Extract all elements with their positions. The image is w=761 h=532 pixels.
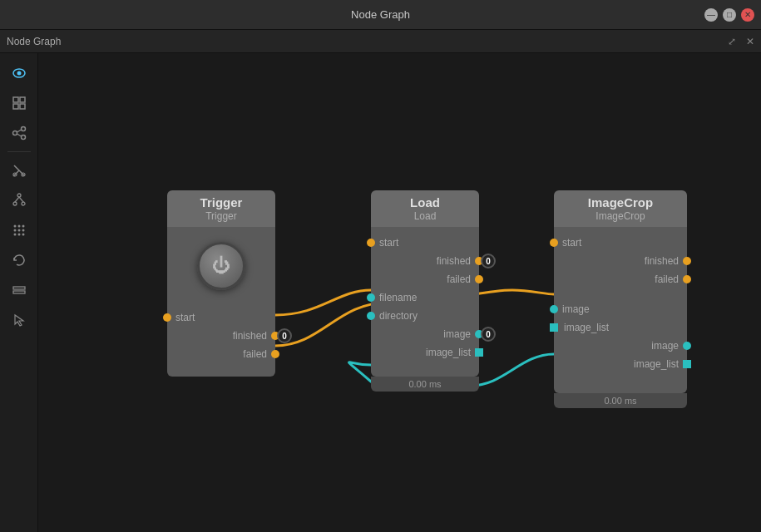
load-badge-top: 0 [481,254,496,268]
trigger-start-port: start [167,308,275,327]
svg-point-20 [13,225,16,228]
imagecrop-title: ImageCrop [564,195,677,210]
svg-rect-29 [13,287,25,289]
svg-point-24 [17,229,20,232]
imagecrop-start-dot [550,239,558,247]
expand-button[interactable]: ⤢ [724,34,739,49]
svg-point-6 [12,131,17,135]
load-finished-label: finished [371,255,471,267]
svg-point-26 [13,234,16,236]
svg-point-21 [17,225,20,228]
trigger-finished-port: finished 0 [167,327,275,345]
svg-point-15 [17,194,21,197]
imagecrop-imagelist-in-port: image_list [554,318,687,337]
canvas-area[interactable]: Trigger Trigger ⏻ start finished [38,53,761,532]
close-panel-button[interactable]: ✕ [743,34,758,49]
sidebar-item-cursor[interactable] [4,307,34,333]
load-image-port: image 0 [371,325,479,343]
power-button[interactable]: ⏻ [197,242,245,290]
imagecrop-finished-port: finished [554,252,687,270]
load-failed-port: failed [371,270,479,288]
trigger-title: Trigger [177,195,265,210]
trigger-failed-dot [271,350,279,358]
imagecrop-finished-dot [683,257,691,265]
svg-point-23 [13,229,16,232]
imagecrop-header: ImageCrop ImageCrop [554,190,687,227]
imagecrop-start-label: start [562,237,581,249]
window-title: Node Graph [351,8,410,21]
sidebar-divider [7,151,31,152]
node-trigger[interactable]: Trigger Trigger ⏻ start finished [167,190,275,377]
svg-point-27 [17,234,20,236]
imagecrop-start-port: start [554,234,687,252]
sidebar-item-dots[interactable] [4,217,34,244]
imagecrop-image-in-dot [550,305,558,313]
maximize-button[interactable]: □ [723,8,736,22]
node-load[interactable]: Load Load start finished 0 failed [371,190,479,392]
node-imagecrop[interactable]: ImageCrop ImageCrop start finished faile… [554,190,687,408]
sidebar-item-tree[interactable] [4,187,34,214]
imagecrop-imagelist-out-port: image_list [554,355,687,373]
sidebar-item-node[interactable] [4,120,34,146]
svg-point-1 [17,71,21,76]
trigger-badge: 0 [277,328,292,343]
svg-rect-4 [13,104,18,109]
load-directory-port: directory [371,307,479,325]
load-start-left-dot [367,239,375,247]
imagecrop-image-in-label: image [562,303,590,315]
sidebar-item-refresh[interactable] [4,247,34,273]
sidebar-item-grid[interactable] [4,90,34,116]
imagecrop-failed-port: failed [554,270,687,288]
load-start-port: start [371,234,479,252]
svg-line-18 [15,197,19,202]
trigger-failed-port: failed [167,345,275,363]
load-header: Load Load [371,190,479,227]
minimize-button[interactable]: — [704,8,718,22]
imagecrop-finished-label: finished [554,255,679,267]
power-icon: ⏻ [212,255,230,277]
sidebar-item-layer[interactable] [4,277,34,303]
svg-point-8 [21,135,25,140]
window-controls: — □ ✕ [704,8,754,22]
sidebar-item-eye[interactable] [4,60,34,86]
svg-rect-30 [13,291,25,293]
load-image-label: image [371,328,471,340]
load-directory-dot [367,312,375,320]
load-finished-port: finished 0 [371,252,479,270]
imagecrop-image-in-port: image [554,300,687,318]
imagecrop-failed-dot [683,275,691,283]
svg-point-16 [13,202,17,205]
load-imagelist-label: image_list [371,347,471,358]
title-bar: Node Graph — □ ✕ [0,0,761,30]
imagecrop-subtitle: ImageCrop [564,210,677,222]
svg-rect-5 [20,104,25,109]
imagecrop-image-out-label: image [554,340,679,352]
load-failed-dot [475,275,483,283]
load-filename-label: filename [379,292,417,303]
imagecrop-imagelist-out-square [683,360,691,368]
trigger-failed-label: failed [167,348,267,360]
svg-rect-3 [20,97,25,102]
load-failed-label: failed [371,273,471,285]
trigger-header: Trigger Trigger [167,190,275,227]
close-button[interactable]: ✕ [741,8,754,22]
breadcrumb-bar: Node Graph ⤢ ✕ [0,30,761,53]
imagecrop-image-out-dot [683,342,691,350]
load-filename-port: filename [371,288,479,307]
svg-line-19 [19,197,23,202]
trigger-start-label: start [175,312,195,323]
load-title: Load [381,195,469,210]
imagecrop-failed-label: failed [554,273,679,285]
load-footer: 0.00 ms [371,377,479,392]
imagecrop-imagelist-out-label: image_list [554,358,679,370]
imagecrop-image-out-port: image [554,337,687,355]
imagecrop-footer: 0.00 ms [554,393,687,408]
svg-line-9 [17,130,21,132]
main-layout: Trigger Trigger ⏻ start finished [0,53,761,532]
load-directory-label: directory [379,310,418,322]
sidebar-item-cut[interactable] [4,157,34,184]
imagecrop-imagelist-in-square [550,323,558,332]
load-start-label: start [379,237,398,249]
svg-rect-2 [13,97,18,102]
svg-point-22 [22,225,24,228]
